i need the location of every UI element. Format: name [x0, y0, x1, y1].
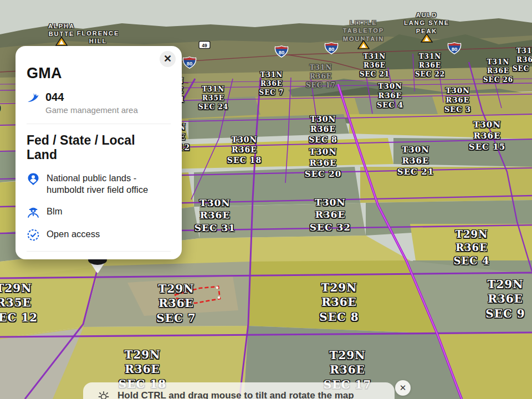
close-icon[interactable]: ✕ — [160, 51, 176, 67]
lightbulb-icon — [98, 390, 110, 399]
gma-subtitle: Game management area — [45, 105, 138, 115]
land-row: National public lands - humboldt river f… — [27, 172, 171, 196]
map-hint-toast: Hold CTRL and drag mouse to tilt and rot… — [83, 382, 395, 399]
land-row-text: Open access — [47, 228, 100, 240]
parcel-info-card: ✕ GMA 044 Game management area Fed / Sta… — [16, 46, 182, 259]
card-title: GMA — [27, 65, 171, 82]
land-row: Open access — [27, 228, 171, 242]
map-canvas[interactable]: T31NR35ESEC 20T30NR35ESEC 13T31NR35ESEC … — [0, 0, 532, 399]
land-row-text: National public lands - humboldt river f… — [47, 172, 171, 196]
toast-close-icon[interactable]: ✕ — [395, 380, 411, 396]
land-rows: National public lands - humboldt river f… — [27, 172, 171, 242]
antler-icon — [27, 91, 40, 104]
card-divider — [27, 251, 171, 252]
land-row-text: Blm — [47, 206, 62, 217]
badge-check-icon — [27, 228, 40, 242]
toast-message: Hold CTRL and drag mouse to tilt and rot… — [117, 390, 354, 399]
person-pin-icon — [27, 172, 40, 186]
gma-number: 044 — [45, 91, 138, 103]
land-section-heading: Fed / State / Local Land — [27, 133, 165, 162]
land-row: Blm — [27, 206, 171, 219]
ranger-icon — [27, 206, 40, 219]
gma-row: 044 Game management area — [27, 91, 171, 124]
